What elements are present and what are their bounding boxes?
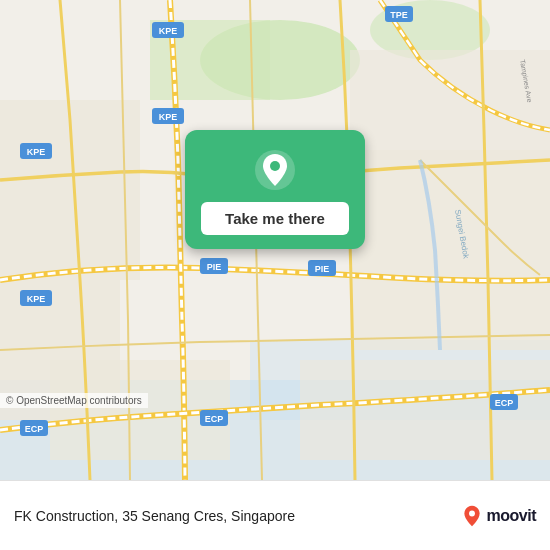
moovit-logo: moovit [461, 505, 536, 527]
location-card: Take me there [185, 130, 365, 249]
location-text: FK Construction, 35 Senang Cres, Singapo… [14, 508, 451, 524]
svg-point-36 [469, 510, 475, 516]
svg-text:TPE: TPE [390, 10, 408, 20]
svg-text:KPE: KPE [27, 147, 46, 157]
map-attribution: © OpenStreetMap contributors [0, 393, 148, 408]
svg-rect-9 [350, 50, 550, 160]
moovit-brand-name: moovit [487, 507, 536, 525]
svg-text:PIE: PIE [207, 262, 222, 272]
svg-text:ECP: ECP [495, 398, 514, 408]
svg-rect-8 [350, 150, 550, 350]
svg-text:ECP: ECP [205, 414, 224, 424]
svg-text:KPE: KPE [27, 294, 46, 304]
take-me-there-button[interactable]: Take me there [201, 202, 349, 235]
svg-text:PIE: PIE [315, 264, 330, 274]
map-container: KPE KPE KPE KPE PIE PIE ECP ECP ECP TPE … [0, 0, 550, 480]
svg-text:KPE: KPE [159, 26, 178, 36]
bottom-bar: FK Construction, 35 Senang Cres, Singapo… [0, 480, 550, 550]
svg-point-35 [270, 161, 280, 171]
svg-text:ECP: ECP [25, 424, 44, 434]
svg-text:KPE: KPE [159, 112, 178, 122]
moovit-pin-icon [461, 505, 483, 527]
map-pin-icon [253, 148, 297, 192]
